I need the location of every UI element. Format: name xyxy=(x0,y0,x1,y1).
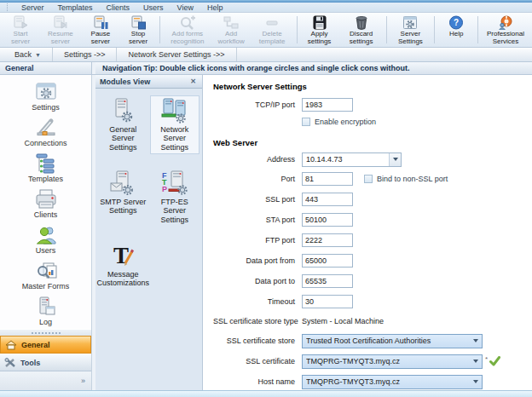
sidebar-item-users[interactable]: Users xyxy=(0,222,91,257)
stop-server-icon xyxy=(130,15,147,30)
port-input[interactable] xyxy=(302,172,353,186)
menu-view[interactable]: View xyxy=(171,3,200,12)
enable-encryption-checkbox[interactable] xyxy=(302,118,310,126)
start-server-button[interactable]: Start server xyxy=(2,14,39,46)
module-label: SMTP Server Settings xyxy=(99,198,147,216)
sidebar-item-label: Connections xyxy=(24,139,66,147)
modules-grid: General Server Settings Network Server S… xyxy=(95,89,202,297)
professional-services-button[interactable]: Professional Services xyxy=(481,14,530,46)
sidebar-item-settings[interactable]: Settings xyxy=(0,78,91,114)
delete-template-label: Delete template xyxy=(253,31,290,46)
menu-users[interactable]: Users xyxy=(136,3,171,12)
chevron-down-icon[interactable] xyxy=(470,355,482,368)
templates-icon xyxy=(33,152,59,174)
ftp-port-label: FTP port xyxy=(213,236,295,245)
delete-template-button[interactable]: Delete template xyxy=(250,14,293,46)
server-settings-icon xyxy=(402,15,419,30)
ftp-port-input[interactable] xyxy=(302,233,353,247)
toolbar-separator xyxy=(434,16,435,43)
sidebar-splitter[interactable] xyxy=(0,329,91,336)
chevron-down-icon[interactable] xyxy=(470,376,482,388)
apply-settings-button[interactable]: Apply settings xyxy=(299,14,338,46)
breadcrumb-current-label: Network Server Settings ->> xyxy=(128,50,224,59)
module-ftp-es-server-settings[interactable]: FTP FTP-ES Server Settings xyxy=(150,168,200,227)
help-button[interactable]: ? Help xyxy=(437,14,475,46)
sidebar-items: Settings Connections Templates Clients U… xyxy=(0,75,91,329)
stop-server-button[interactable]: Stop server xyxy=(119,14,157,46)
data-port-to-input[interactable] xyxy=(302,274,353,288)
tcpip-port-label: TCP/IP port xyxy=(213,101,295,109)
apply-settings-label: Apply settings xyxy=(303,31,335,46)
required-mark: * xyxy=(485,355,488,363)
menu-server[interactable]: Server xyxy=(14,3,51,12)
sidebar-item-label: Users xyxy=(36,246,56,255)
delete-template-icon xyxy=(263,15,280,30)
host-name-combobox[interactable]: TMQPRG-TMYQT3.myq.cz xyxy=(302,375,483,389)
sidebar-section-tools-label: Tools xyxy=(20,359,40,367)
chevron-down-icon[interactable] xyxy=(389,153,401,166)
data-port-from-label: Data port from xyxy=(213,256,295,265)
breadcrumb-network-server-settings[interactable]: Network Server Settings ->> xyxy=(117,48,236,61)
toolbar-separator xyxy=(477,16,478,43)
start-server-label: Start server xyxy=(5,31,36,46)
address-combobox[interactable]: 10.14.4.73 xyxy=(302,152,402,167)
sta-port-label: STA port xyxy=(213,216,295,224)
ftp-es-server-settings-icon: FTP xyxy=(160,170,189,196)
module-smtp-server-settings[interactable]: SMTP Server Settings xyxy=(98,168,147,227)
add-workflow-label: Add workflow xyxy=(216,31,247,46)
discard-settings-button[interactable]: Discard settings xyxy=(339,14,384,46)
discard-settings-icon xyxy=(353,15,370,30)
sidebar-item-log[interactable]: Log xyxy=(0,293,91,329)
module-label: Network Server Settings xyxy=(151,125,199,152)
users-icon xyxy=(33,224,59,245)
menu-help[interactable]: Help xyxy=(200,3,230,12)
timeout-input[interactable] xyxy=(302,295,353,308)
back-label: Back xyxy=(14,50,32,59)
sidebar-item-label: Master Forms xyxy=(22,282,70,291)
sidebar-item-templates[interactable]: Templates xyxy=(0,150,91,186)
sidebar-section-general[interactable]: General xyxy=(0,336,91,354)
sidebar-item-clients[interactable]: Clients xyxy=(0,186,91,222)
cert-store-type-value: System - Local Machine xyxy=(302,317,384,325)
pause-server-label: Pause server xyxy=(85,31,116,46)
expand-chevron-icon[interactable]: » xyxy=(78,377,88,386)
settings-icon xyxy=(33,81,59,102)
resume-server-icon xyxy=(52,15,69,30)
bind-non-ssl-checkbox[interactable] xyxy=(364,175,373,183)
sidebar-item-label: Templates xyxy=(28,175,63,183)
sidebar-footer: » xyxy=(0,371,91,391)
enable-encryption-row: Enable encryption xyxy=(302,114,532,129)
data-port-from-input[interactable] xyxy=(302,254,353,268)
ssl-certificate-combobox[interactable]: TMQPRG-TMYQT3.myq.cz xyxy=(302,354,483,369)
sidebar-item-master-forms[interactable]: Master Forms xyxy=(0,257,91,293)
chevron-down-icon[interactable] xyxy=(470,335,482,348)
cert-store-combobox[interactable]: Trusted Root Certification Authorities xyxy=(302,334,483,348)
module-general-server-settings[interactable]: General Server Settings xyxy=(98,95,147,154)
module-network-server-settings[interactable]: Network Server Settings xyxy=(150,95,200,154)
sidebar-section-tools[interactable]: Tools xyxy=(0,354,91,371)
pause-server-button[interactable]: Pause server xyxy=(82,14,119,46)
navigation-tip: Navigation Tip: Double click icons with … xyxy=(95,62,532,74)
port-label: Port xyxy=(213,175,295,183)
back-button[interactable]: Back ▼ xyxy=(3,48,53,61)
server-settings-button[interactable]: Server Settings xyxy=(389,14,431,46)
menu-clients[interactable]: Clients xyxy=(100,3,137,12)
close-icon[interactable]: ✕ xyxy=(188,78,198,85)
ssl-certificate-value: TMQPRG-TMYQT3.myq.cz xyxy=(306,357,470,365)
add-workflow-button[interactable]: Add workflow xyxy=(212,14,251,46)
professional-services-label: Professional Services xyxy=(484,31,527,46)
svg-text:?: ? xyxy=(454,18,459,27)
resume-server-button[interactable]: Resume server xyxy=(39,14,82,46)
sta-port-input[interactable] xyxy=(302,213,353,227)
breadcrumb-settings[interactable]: Settings ->> xyxy=(53,48,118,61)
module-message-customizations[interactable]: T Message Customizations xyxy=(98,240,147,291)
ssl-port-input[interactable] xyxy=(302,193,353,206)
tcpip-port-input[interactable] xyxy=(302,98,353,112)
add-workflow-icon xyxy=(223,15,240,30)
smtp-server-settings-icon xyxy=(108,170,137,196)
add-forms-recognition-button[interactable]: Add forms recognition xyxy=(163,14,212,46)
cert-store-value: Trusted Root Certification Authorities xyxy=(306,337,470,345)
menu-templates[interactable]: Templates xyxy=(51,3,100,12)
toolbar: Start server Resume server Pause server … xyxy=(0,13,532,48)
sidebar-item-connections[interactable]: Connections xyxy=(0,114,91,150)
